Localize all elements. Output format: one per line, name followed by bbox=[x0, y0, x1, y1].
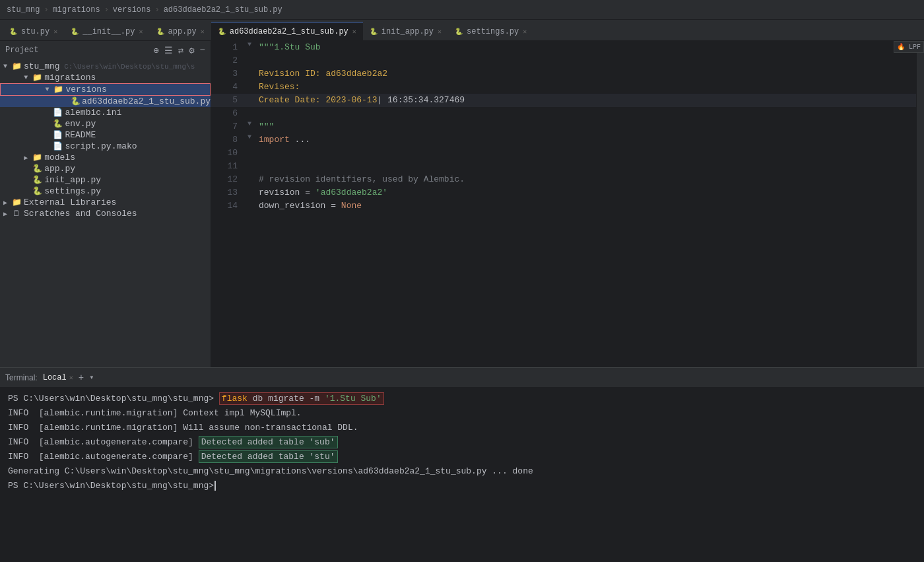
code-content[interactable]: revision = 'ad63ddaeb2a2' bbox=[255, 186, 916, 199]
tree-item-script_py_mako[interactable]: 📄script.py.mako bbox=[0, 141, 211, 152]
code-line-6: 6 bbox=[211, 107, 916, 120]
tab-label: app.py bbox=[168, 27, 197, 36]
tree-item-label: env.py bbox=[65, 119, 96, 129]
code-content[interactable] bbox=[255, 107, 916, 120]
terminal-add-button[interactable]: + bbox=[79, 372, 84, 383]
tree-item-label: settings.py bbox=[44, 186, 101, 196]
fold-button[interactable] bbox=[244, 147, 255, 160]
py-file-icon: 🐍 bbox=[218, 28, 226, 36]
terminal-tab-local-label: Local bbox=[43, 373, 67, 382]
fold-button[interactable] bbox=[244, 54, 255, 67]
tab-close-icon[interactable]: ✕ bbox=[352, 28, 356, 36]
fold-button[interactable] bbox=[244, 173, 255, 186]
file-icon: 📁 bbox=[11, 61, 22, 71]
code-content[interactable]: down_revision = None bbox=[255, 199, 916, 213]
code-line-14: 14 down_revision = None bbox=[211, 199, 916, 213]
code-content[interactable]: import ... bbox=[255, 133, 916, 147]
code-content[interactable]: """1.Stu Sub bbox=[255, 41, 916, 54]
minimize-icon[interactable]: − bbox=[200, 45, 205, 56]
sidebar: Project ⊕ ☰ ⇄ ⚙ − ▼📁stu_mng C:\Users\win… bbox=[0, 41, 211, 367]
fold-button[interactable] bbox=[244, 186, 255, 199]
add-icon[interactable]: ⊕ bbox=[153, 45, 158, 56]
code-line-5: 5 Create Date: 2023-06-13| 16:35:34.3274… bbox=[211, 94, 916, 107]
code-content[interactable]: """ bbox=[255, 120, 916, 133]
line-number: 8 bbox=[211, 133, 244, 147]
code-content[interactable] bbox=[255, 147, 916, 160]
code-content[interactable]: Create Date: 2023-06-13| 16:35:34.327469 bbox=[255, 94, 916, 107]
terminal-dropdown-button[interactable]: ▾ bbox=[89, 372, 94, 382]
tab-close-icon[interactable]: ✕ bbox=[201, 28, 205, 36]
terminal-line: INFO [alembic.runtime.migration] Will as… bbox=[8, 421, 916, 435]
fold-button[interactable] bbox=[244, 199, 255, 213]
fold-button[interactable]: ▼ bbox=[244, 120, 255, 133]
code-editor[interactable]: 1▼"""1.Stu Sub2 3 Revision ID: ad63ddaeb… bbox=[211, 41, 916, 367]
tree-item-scratches_and_consoles[interactable]: ▶🗒Scratches and Consoles bbox=[0, 208, 211, 219]
tab-close-icon[interactable]: ✕ bbox=[438, 28, 442, 36]
tree-item-readme[interactable]: 📄README bbox=[0, 129, 211, 141]
fold-button[interactable] bbox=[244, 107, 255, 120]
tree-item-env_py[interactable]: 🐍env.py bbox=[0, 118, 211, 129]
breadcrumb-sep3: › bbox=[154, 5, 159, 15]
py-file-icon: 🐍 bbox=[455, 28, 463, 36]
tree-arrow: ▶ bbox=[0, 210, 11, 218]
tree-item-migrations[interactable]: ▼📁migrations bbox=[0, 72, 211, 83]
breadcrumb-migrations[interactable]: migrations bbox=[53, 5, 100, 15]
tree-item-models[interactable]: ▶📁models bbox=[0, 152, 211, 163]
code-line-2: 2 bbox=[211, 54, 916, 67]
tab-settings[interactable]: 🐍settings.py✕ bbox=[448, 22, 533, 40]
tree-item-external_libraries[interactable]: ▶📁External Libraries bbox=[0, 197, 211, 208]
terminal-tab-local[interactable]: Local ✕ bbox=[43, 373, 73, 382]
breadcrumb-versions[interactable]: versions bbox=[113, 5, 151, 15]
tab-app[interactable]: 🐍app.py✕ bbox=[150, 22, 211, 40]
tree-item-alembic_ini[interactable]: 📄alembic.ini bbox=[0, 107, 211, 118]
file-icon: 🐍 bbox=[31, 164, 43, 174]
tab-init_app[interactable]: 🐍init_app.py✕ bbox=[363, 22, 448, 40]
terminal-line: PS C:\Users\win\Desktop\stu_mng\stu_mng>… bbox=[8, 392, 916, 406]
fold-button[interactable] bbox=[244, 67, 255, 81]
py-file-icon: 🐍 bbox=[370, 28, 378, 36]
tab-migration[interactable]: 🐍ad63ddaeb2a2_1_stu_sub.py✕ bbox=[211, 22, 363, 40]
code-content[interactable]: # revision identifiers, used by Alembic. bbox=[255, 173, 916, 186]
code-content[interactable] bbox=[255, 160, 916, 173]
fold-button[interactable]: ▼ bbox=[244, 133, 255, 147]
code-content[interactable]: Revises: bbox=[255, 81, 916, 94]
tree-item-versions[interactable]: ▼📁versions bbox=[0, 83, 211, 96]
file-icon: 🐍 bbox=[71, 96, 81, 106]
tab-init[interactable]: 🐍__init__.py✕ bbox=[64, 22, 149, 40]
line-number: 7 bbox=[211, 120, 244, 133]
tree-item-settings_py[interactable]: 🐍settings.py bbox=[0, 186, 211, 197]
top-breadcrumb: stu_mng › migrations › versions › ad63dd… bbox=[0, 0, 924, 20]
layout-icon[interactable]: ☰ bbox=[164, 45, 173, 56]
tab-close-icon[interactable]: ✕ bbox=[139, 28, 143, 36]
main-area: Project ⊕ ☰ ⇄ ⚙ − ▼📁stu_mng C:\Users\win… bbox=[0, 41, 924, 367]
tree-item-ad63ddaeb2a2_1_stu_sub_py[interactable]: 🐍ad63ddaeb2a2_1_stu_sub.py bbox=[0, 96, 211, 107]
tree-item-stu_mng[interactable]: ▼📁stu_mng C:\Users\win\Desktop\stu_mng\s bbox=[0, 61, 211, 72]
code-content[interactable]: Revision ID: ad63ddaeb2a2 bbox=[255, 67, 916, 81]
code-content[interactable] bbox=[255, 54, 916, 67]
fold-button[interactable] bbox=[244, 94, 255, 107]
tree-item-label: Scratches and Consoles bbox=[24, 209, 137, 219]
line-number: 3 bbox=[211, 67, 244, 81]
breadcrumb-project[interactable]: stu_mng bbox=[7, 5, 40, 15]
terminal-line: INFO [alembic.runtime.migration] Context… bbox=[8, 406, 916, 421]
line-number: 11 bbox=[211, 160, 244, 173]
fold-button[interactable] bbox=[244, 160, 255, 173]
tree-item-label: ad63ddaeb2a2_1_stu_sub.py bbox=[82, 96, 211, 106]
fold-button[interactable] bbox=[244, 81, 255, 94]
settings-icon[interactable]: ⚙ bbox=[189, 45, 194, 56]
tab-close-icon[interactable]: ✕ bbox=[523, 28, 527, 36]
terminal-tab-close[interactable]: ✕ bbox=[69, 374, 73, 382]
breadcrumb-sep1: › bbox=[44, 5, 48, 15]
sync-icon[interactable]: ⇄ bbox=[178, 45, 183, 56]
file-icon: 📄 bbox=[51, 108, 63, 118]
tree-item-label: app.py bbox=[44, 164, 75, 174]
tree-item-label: init_app.py bbox=[44, 175, 101, 185]
terminal-content[interactable]: PS C:\Users\win\Desktop\stu_mng\stu_mng>… bbox=[0, 388, 924, 562]
tab-close-icon[interactable]: ✕ bbox=[53, 28, 57, 36]
right-scrollbar-panel: 🔥 LPF bbox=[916, 41, 924, 367]
tree-item-init_app_py[interactable]: 🐍init_app.py bbox=[0, 174, 211, 186]
fold-button[interactable]: ▼ bbox=[244, 41, 255, 54]
tree-item-app_py[interactable]: 🐍app.py bbox=[0, 163, 211, 174]
tab-stu[interactable]: 🐍stu.py✕ bbox=[3, 22, 64, 40]
line-number: 2 bbox=[211, 54, 244, 67]
